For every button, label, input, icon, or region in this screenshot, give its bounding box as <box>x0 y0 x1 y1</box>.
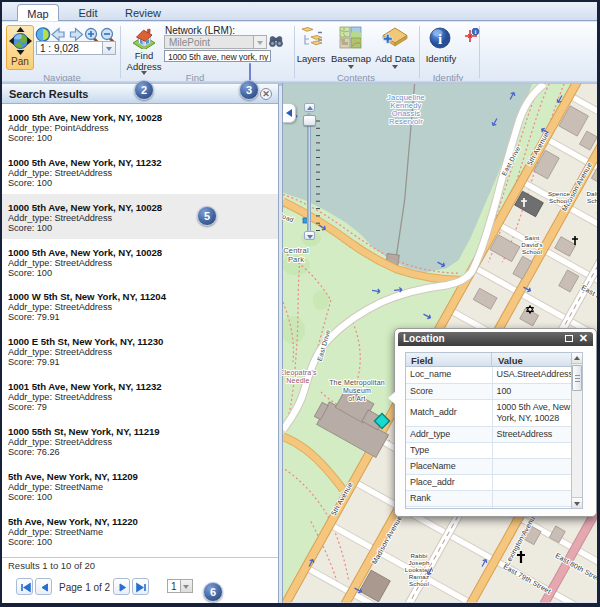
svg-text:David's: David's <box>521 241 543 248</box>
svg-text:Ramaz: Ramaz <box>409 573 430 580</box>
svg-text:5th Avenue: 5th Avenue <box>526 131 550 167</box>
svg-text:5th Avenue: 5th Avenue <box>330 481 354 517</box>
svg-text:i: i <box>438 31 442 47</box>
svg-text:East 84th Street: East 84th Street <box>580 284 597 316</box>
svg-text:School: School <box>587 197 597 204</box>
svg-text:School: School <box>409 580 429 587</box>
svg-text:East Drive: East Drive <box>500 145 521 177</box>
svg-text:Spence: Spence <box>548 190 571 197</box>
svg-text:Joseph: Joseph <box>408 559 430 566</box>
svg-text:Transverse Road: Transverse Road <box>282 198 295 223</box>
svg-text:Needle: Needle <box>286 377 309 384</box>
svg-text:Dalton: Dalton <box>586 190 597 197</box>
svg-text:of Art: of Art <box>348 395 366 402</box>
svg-text:East Drive: East Drive <box>316 329 332 362</box>
svg-text:East 80th Street: East 80th Street <box>554 552 597 584</box>
svg-text:Park: Park <box>288 255 304 264</box>
svg-text:Madison Avenue: Madison Avenue <box>370 514 403 565</box>
svg-text:School: School <box>522 248 542 255</box>
svg-text:East 79th Street: East 79th Street <box>502 563 552 595</box>
svg-text:Rabbi: Rabbi <box>410 552 427 559</box>
svg-text:Madison Avenue: Madison Avenue <box>560 161 593 212</box>
svg-text:Central: Central <box>283 246 309 255</box>
svg-text:Museum: Museum <box>343 387 371 394</box>
svg-text:Cleopatra's: Cleopatra's <box>282 369 317 377</box>
svg-text:The Metropolitan: The Metropolitan <box>329 379 385 387</box>
svg-text:Saint: Saint <box>524 234 539 241</box>
svg-text:Reservoir: Reservoir <box>389 117 423 126</box>
svg-text:School: School <box>549 197 569 204</box>
